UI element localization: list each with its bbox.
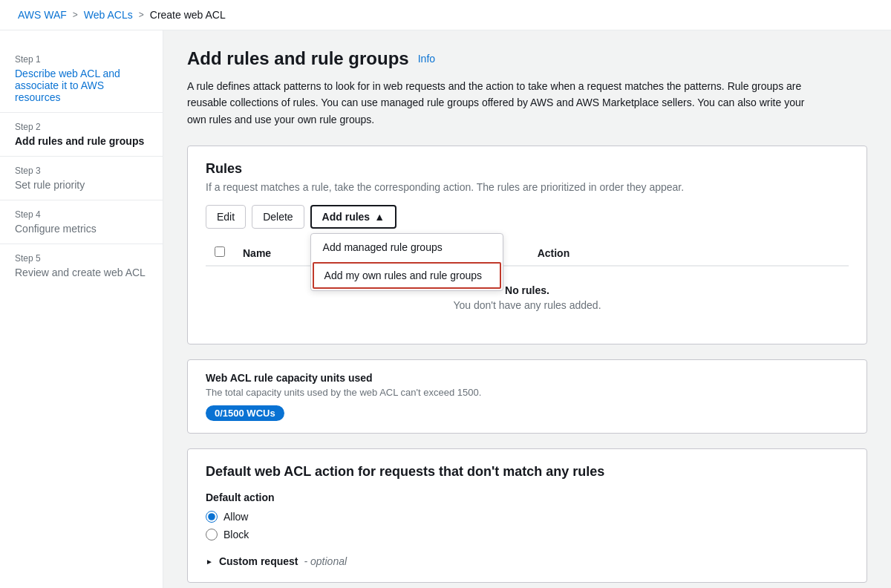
breadcrumb-create-web-acl: Create web ACL [150, 9, 226, 21]
add-rules-dropdown-menu: Add managed rule groups Add my own rules… [310, 233, 503, 291]
dropdown-own-rules[interactable]: Add my own rules and rule groups [313, 262, 501, 289]
capacity-title: Web ACL rule capacity units used [206, 372, 849, 384]
radio-block[interactable]: Block [206, 529, 849, 540]
rules-table: Name Action No rules. You don't have any… [206, 241, 849, 329]
rules-toolbar: Edit Delete Add rules ▲ Add managed rule… [206, 205, 849, 229]
no-rules-subtitle: You don't have any rules added. [223, 299, 831, 311]
chevron-right-icon: ► [206, 558, 213, 566]
radio-group-default-action: Allow Block [206, 511, 849, 540]
breadcrumb-aws-waf[interactable]: AWS WAF [18, 9, 67, 21]
rules-panel-subtitle: If a request matches a rule, take the co… [206, 181, 849, 193]
add-rules-arrow-icon: ▲ [374, 211, 385, 223]
rules-panel-title: Rules [206, 161, 849, 177]
breadcrumb-web-acls[interactable]: Web ACLs [84, 9, 133, 21]
dropdown-managed-rule-groups[interactable]: Add managed rule groups [311, 234, 503, 261]
step-4-label: Step 4 [15, 209, 148, 220]
breadcrumb-sep-1: > [73, 10, 78, 20]
step-4-title: Configure metrics [15, 223, 148, 235]
add-rules-label: Add rules [322, 211, 371, 223]
rules-panel-body: Rules If a request matches a rule, take … [188, 146, 866, 344]
edit-button[interactable]: Edit [206, 205, 246, 229]
default-action-title: Default web ACL action for requests that… [206, 464, 849, 480]
radio-allow-input[interactable] [206, 511, 218, 523]
breadcrumb: AWS WAF > Web ACLs > Create web ACL [0, 0, 891, 30]
radio-allow-label: Allow [223, 511, 248, 523]
step-2-label: Step 2 [15, 122, 148, 132]
radio-block-input[interactable] [206, 529, 218, 540]
add-rules-button[interactable]: Add rules ▲ [310, 205, 396, 229]
step-1-title[interactable]: Describe web ACL and associate it to AWS… [15, 68, 148, 103]
step-3-title: Set rule priority [15, 179, 148, 191]
sidebar-step-4: Step 4 Configure metrics [0, 200, 163, 244]
sidebar-step-5: Step 5 Review and create web ACL [0, 244, 163, 287]
info-link[interactable]: Info [418, 53, 435, 65]
step-1-label: Step 1 [15, 54, 148, 65]
step-5-label: Step 5 [15, 253, 148, 264]
table-header-action: Action [529, 241, 849, 266]
capacity-subtitle: The total capacity units used by the web… [206, 387, 849, 398]
capacity-section: Web ACL rule capacity units used The tot… [188, 360, 866, 433]
breadcrumb-sep-2: > [139, 10, 144, 20]
default-action-panel-body: Default web ACL action for requests that… [188, 449, 866, 582]
custom-request-label: Custom request [219, 555, 298, 567]
sidebar-step-2: Step 2 Add rules and rule groups [0, 113, 163, 157]
step-5-title: Review and create web ACL [15, 267, 148, 278]
page-title: Add rules and rule groups [187, 48, 409, 69]
add-rules-dropdown-wrapper: Add rules ▲ Add managed rule groups Add … [310, 205, 396, 229]
default-action-panel: Default web ACL action for requests that… [187, 448, 867, 583]
page-title-row: Add rules and rule groups Info [187, 48, 867, 69]
sidebar-step-3: Step 3 Set rule priority [0, 157, 163, 200]
radio-allow[interactable]: Allow [206, 511, 849, 523]
empty-rules-row: No rules. You don't have any rules added… [206, 266, 849, 329]
sidebar-step-1[interactable]: Step 1 Describe web ACL and associate it… [0, 45, 163, 113]
capacity-badge: 0/1500 WCUs [206, 405, 284, 421]
step-3-label: Step 3 [15, 166, 148, 176]
sidebar: Step 1 Describe web ACL and associate it… [0, 30, 163, 588]
custom-request-optional: - optional [304, 555, 347, 567]
rules-panel: Rules If a request matches a rule, take … [187, 146, 867, 344]
main-content: Add rules and rule groups Info A rule de… [163, 30, 891, 588]
radio-block-label: Block [223, 529, 249, 540]
capacity-panel: Web ACL rule capacity units used The tot… [187, 359, 867, 434]
table-header-checkbox [206, 241, 234, 266]
default-action-label: Default action [206, 491, 849, 503]
page-description: A rule defines attack patterns to look f… [187, 78, 826, 128]
delete-button[interactable]: Delete [252, 205, 304, 229]
select-all-checkbox[interactable] [215, 246, 225, 257]
step-2-title: Add rules and rule groups [15, 135, 148, 147]
custom-request-collapsible[interactable]: ► Custom request - optional [206, 552, 849, 567]
